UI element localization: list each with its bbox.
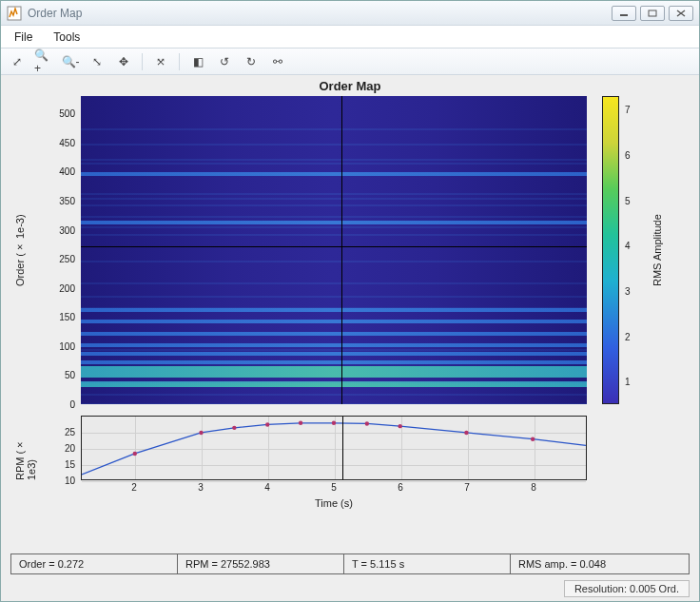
heatmap-band	[81, 360, 587, 364]
heatmap-background	[81, 96, 587, 404]
x-tick: 3	[198, 482, 204, 493]
heatmap-band	[81, 343, 587, 347]
heatmap-band	[81, 221, 587, 224]
svg-point-5	[232, 426, 236, 430]
rpm-line-plot	[82, 417, 586, 481]
svg-point-6	[265, 422, 269, 426]
colorbar-tick: 2	[625, 331, 631, 341]
close-button[interactable]	[669, 6, 693, 21]
colorbar	[602, 96, 619, 404]
toolbar: ⤢🔍+🔍-⤡✥⤧◧↺↻⚯	[1, 49, 699, 75]
heatmap-texture	[81, 403, 587, 404]
app-icon	[7, 6, 22, 21]
order-map-heatmap[interactable]	[81, 96, 587, 404]
heatmap-texture	[81, 128, 587, 130]
heatmap-texture	[81, 381, 587, 383]
status-rms: RMS amp. = 0.048	[511, 554, 689, 573]
colorbar-tick: 5	[625, 195, 631, 205]
titlebar: Order Map	[1, 1, 699, 26]
zoom-xy-icon[interactable]: ⤡	[87, 51, 107, 72]
menubar: File Tools	[1, 26, 699, 49]
rotate-right-icon[interactable]: ↻	[241, 51, 262, 72]
x-axis-ticks: 2345678	[81, 482, 587, 495]
colorbar-tick: 4	[625, 241, 631, 251]
heatmap-texture	[81, 144, 587, 146]
y-tick: 250	[59, 254, 75, 264]
heatmap-band	[81, 172, 587, 176]
brush-icon[interactable]: ◧	[187, 51, 208, 72]
heatmap-band	[81, 320, 587, 323]
fit-icon[interactable]: ⤧	[150, 51, 171, 72]
heatmap-texture	[81, 261, 587, 262]
heatmap-texture	[81, 349, 587, 351]
cursor-horizontal[interactable]	[81, 246, 587, 247]
y-axis-ticks: 050100150200250300350400450500	[45, 96, 79, 404]
rpm-y-axis-ticks: 10152025	[47, 416, 79, 480]
zoom-in-icon[interactable]: 🔍+	[33, 51, 54, 72]
maximize-button[interactable]	[640, 6, 665, 21]
heatmap-texture	[81, 282, 587, 284]
y-tick: 100	[59, 340, 75, 351]
svg-point-12	[531, 437, 535, 441]
y-tick: 350	[59, 196, 75, 206]
rpm-cursor-vertical[interactable]	[342, 417, 343, 479]
heatmap-band	[81, 366, 587, 372]
x-tick: 8	[531, 482, 536, 493]
y-tick: 450	[59, 137, 75, 147]
rpm-y-tick: 15	[65, 459, 75, 470]
heatmap-texture	[81, 204, 587, 206]
svg-point-4	[199, 431, 203, 435]
menu-tools[interactable]: Tools	[44, 28, 89, 47]
colorbar-tick: 6	[625, 149, 631, 160]
y-tick: 300	[59, 224, 75, 235]
heatmap-texture	[81, 159, 587, 161]
heatmap-texture	[81, 296, 587, 298]
colorbar-tick: 3	[625, 285, 631, 296]
rpm-subplot[interactable]	[81, 416, 587, 480]
heatmap-texture	[81, 394, 587, 396]
heatmap-texture	[81, 198, 587, 200]
heatmap-texture	[81, 193, 587, 195]
menu-file[interactable]: File	[5, 28, 42, 47]
x-tick: 4	[264, 482, 270, 493]
colorbar-ticks: 1234567	[621, 96, 644, 404]
cursor-vertical[interactable]	[341, 96, 342, 404]
svg-point-8	[332, 421, 336, 425]
rotate-left-icon[interactable]: ↺	[214, 51, 235, 72]
expand-icon[interactable]: ⤢	[7, 51, 28, 72]
heatmap-band	[81, 332, 587, 336]
minimize-button[interactable]	[612, 6, 636, 21]
svg-point-3	[133, 452, 137, 456]
rpm-y-tick: 25	[65, 427, 75, 437]
svg-point-11	[464, 431, 468, 435]
x-tick: 7	[464, 482, 470, 493]
status-rpm: RPM = 27552.983	[178, 554, 344, 573]
x-tick: 6	[398, 482, 403, 493]
y-tick: 150	[59, 312, 75, 322]
colorbar-tick: 7	[625, 105, 631, 115]
app-window: Order Map File Tools ⤢🔍+🔍-⤡✥⤧◧↺↻⚯ Order …	[0, 0, 700, 602]
toolbar-separator	[179, 53, 180, 70]
rpm-y-axis-label: RPM (× 1e3)	[14, 416, 37, 480]
status-time: T = 5.115 s	[344, 554, 511, 573]
zoom-out-icon[interactable]: 🔍-	[60, 51, 81, 72]
colorbar-label: RMS Amplitude	[651, 96, 663, 404]
y-tick: 0	[69, 399, 75, 410]
x-axis-label: Time (s)	[81, 497, 587, 509]
link-icon[interactable]: ⚯	[267, 51, 288, 72]
pan-icon[interactable]: ✥	[113, 51, 134, 72]
x-tick: 5	[331, 482, 337, 493]
heatmap-texture	[81, 216, 587, 218]
svg-point-10	[398, 424, 401, 428]
window-title: Order Map	[28, 7, 606, 20]
heatmap-band	[81, 352, 587, 356]
y-axis-label: Order (× 1e-3)	[14, 96, 26, 404]
status-resolution: Resolution: 0.005 Ord.	[564, 580, 690, 597]
heatmap-texture	[81, 234, 587, 236]
heatmap-texture	[81, 163, 587, 165]
rpm-y-tick: 20	[65, 443, 75, 454]
svg-point-7	[299, 421, 302, 425]
y-tick: 400	[59, 166, 75, 177]
x-tick: 2	[131, 482, 137, 493]
heatmap-texture	[81, 226, 587, 228]
